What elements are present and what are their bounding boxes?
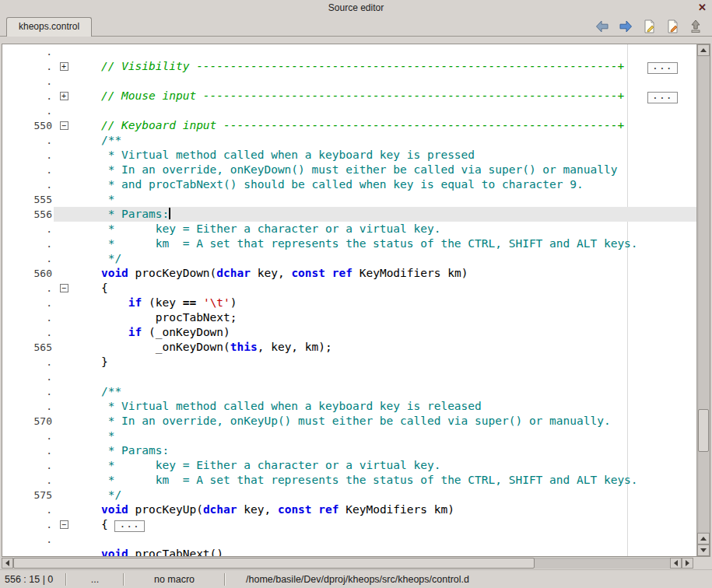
scroll-down-button[interactable] xyxy=(697,544,710,556)
code-line[interactable]: . void procKeyUp(dchar key, const ref Ke… xyxy=(2,502,696,517)
line-body[interactable]: if (_onKeyDown) xyxy=(54,325,696,340)
vertical-scrollbar-thumb[interactable] xyxy=(698,409,709,452)
titlebar[interactable]: Source editor ✕ xyxy=(0,0,712,16)
line-body[interactable] xyxy=(54,103,696,118)
code-line[interactable]: . * Virtual method called when a keyboar… xyxy=(2,399,696,414)
code-line[interactable]: . * and procTabNext() should be called w… xyxy=(2,177,696,192)
code-line[interactable]: . /** xyxy=(2,133,696,148)
line-body[interactable] xyxy=(54,369,696,384)
code-line[interactable]: . xyxy=(2,369,696,384)
line-body[interactable]: /** xyxy=(54,133,696,148)
line-body[interactable] xyxy=(54,74,696,89)
previous-editor-button[interactable] xyxy=(594,18,611,35)
code-line[interactable]: 555 * xyxy=(2,192,696,207)
line-body[interactable]: } xyxy=(54,355,696,369)
line-body[interactable]: * Virtual method called when a keyboard … xyxy=(54,148,696,163)
next-editor-button[interactable] xyxy=(617,18,634,35)
code-line[interactable]: 575 */ xyxy=(2,488,696,502)
code-line[interactable]: . * xyxy=(2,429,696,443)
fold-collapse-icon[interactable]: − xyxy=(60,284,68,292)
fold-collapse-icon[interactable]: − xyxy=(60,121,68,130)
line-body[interactable]: procTabNext; xyxy=(54,310,696,325)
line-body[interactable]: + // Visibility ------------------------… xyxy=(54,59,696,74)
document-edit-orange-button[interactable] xyxy=(664,18,681,35)
line-body[interactable]: − // Keyboard input --------------------… xyxy=(54,118,696,133)
line-body[interactable]: * km = A set that represents the status … xyxy=(54,473,696,488)
collapsed-code-box[interactable]: ... xyxy=(647,92,677,103)
horizontal-scrollbar-trough[interactable] xyxy=(13,558,670,569)
current-line-body[interactable]: * Params: xyxy=(54,207,696,222)
line-body[interactable]: * xyxy=(54,192,696,207)
vertical-scrollbar[interactable] xyxy=(696,44,710,556)
scroll-right-button[interactable] xyxy=(682,558,693,569)
line-body[interactable]: * key = Either a character or a virtual … xyxy=(54,222,696,236)
line-body[interactable] xyxy=(54,532,696,547)
line-body[interactable]: * In an override, onKeyDown() must eithe… xyxy=(54,163,696,177)
code-line[interactable]: .− { xyxy=(2,281,696,296)
line-body[interactable]: void procKeyUp(dchar key, const ref KeyM… xyxy=(54,502,696,517)
scroll-left-button[interactable] xyxy=(2,558,13,569)
fold-expand-icon[interactable]: + xyxy=(60,92,68,100)
code-line[interactable]: . xyxy=(2,532,696,547)
line-body[interactable]: − { xyxy=(54,281,696,296)
code-line[interactable]: . * Virtual method called when a keyboar… xyxy=(2,148,696,163)
code-line[interactable]: 556 * Params: xyxy=(2,207,696,222)
close-icon[interactable]: ✕ xyxy=(698,0,707,16)
code-line[interactable]: 570 * In an override, onKeyUp() must eit… xyxy=(2,414,696,429)
tab-kheops-control[interactable]: kheops.control xyxy=(6,17,92,37)
code-line[interactable]: . * km = A set that represents the statu… xyxy=(2,236,696,251)
fold-expand-icon[interactable]: + xyxy=(60,62,68,71)
code-line[interactable]: .− { ... xyxy=(2,517,696,532)
line-body[interactable]: /** xyxy=(54,384,696,399)
line-body[interactable]: * km = A set that represents the status … xyxy=(54,236,696,251)
line-body[interactable]: void procKeyDown(dchar key, const ref Ke… xyxy=(54,266,696,281)
code-line[interactable]: 565 _onKeyDown(this, key, km); xyxy=(2,340,696,355)
line-body[interactable]: */ xyxy=(54,488,696,502)
collapsed-code-box[interactable]: ... xyxy=(114,520,144,532)
scroll-up-button[interactable] xyxy=(697,44,710,56)
code-viewport[interactable]: ..+ // Visibility ----------------------… xyxy=(2,44,696,556)
code-line[interactable]: 560 void procKeyDown(dchar key, const re… xyxy=(2,266,696,281)
collapsed-code-box[interactable]: ... xyxy=(647,62,677,74)
code-line[interactable]: . * km = A set that represents the statu… xyxy=(2,473,696,488)
line-body[interactable]: * and procTabNext() should be called whe… xyxy=(54,177,696,192)
code-line[interactable]: . } xyxy=(2,355,696,369)
code-line[interactable]: . */ xyxy=(2,251,696,266)
code-line[interactable]: . if (key == '\t') xyxy=(2,296,696,310)
line-body[interactable]: * Virtual method called when a keyboard … xyxy=(54,399,696,414)
line-body[interactable]: * In an override, onKeyUp() must either … xyxy=(54,414,696,429)
line-body[interactable]: * Params: xyxy=(54,443,696,458)
line-body[interactable]: * key = Either a character or a virtual … xyxy=(54,458,696,473)
code-line[interactable]: . xyxy=(2,103,696,118)
code-line[interactable]: .+ // Mouse input ----------------------… xyxy=(2,89,696,103)
code-line[interactable]: .+ // Visibility -----------------------… xyxy=(2,59,696,74)
line-body[interactable]: _onKeyDown(this, key, km); xyxy=(54,340,696,355)
code-line[interactable]: 550− // Keyboard input -----------------… xyxy=(2,118,696,133)
scroll-left-secondary-button[interactable] xyxy=(670,558,682,569)
line-number: 556 xyxy=(2,207,54,222)
fold-collapse-icon[interactable]: − xyxy=(60,520,68,529)
document-edit-yellow-button[interactable] xyxy=(640,18,658,35)
vertical-scrollbar-trough[interactable] xyxy=(697,56,710,533)
line-body[interactable]: − { ... xyxy=(54,517,696,532)
code-line[interactable]: . * In an override, onKeyDown() must eit… xyxy=(2,163,696,177)
code-line[interactable]: . * key = Either a character or a virtua… xyxy=(2,222,696,236)
code-line[interactable]: . void procTabNext() xyxy=(2,547,696,556)
line-body[interactable]: void procTabNext() xyxy=(54,547,696,556)
code-line[interactable]: . /** xyxy=(2,384,696,399)
code-line[interactable]: . * key = Either a character or a virtua… xyxy=(2,458,696,473)
horizontal-scrollbar[interactable] xyxy=(2,558,693,569)
code-line[interactable]: . xyxy=(2,74,696,89)
code-line[interactable]: . xyxy=(2,44,696,59)
line-body[interactable] xyxy=(54,44,696,59)
code-line[interactable]: . procTabNext; xyxy=(2,310,696,325)
line-body[interactable]: */ xyxy=(54,251,696,266)
line-body[interactable]: + // Mouse input -----------------------… xyxy=(54,89,696,103)
line-body[interactable]: if (key == '\t') xyxy=(54,296,696,310)
code-line[interactable]: . * Params: xyxy=(2,443,696,458)
code-line[interactable]: . if (_onKeyDown) xyxy=(2,325,696,340)
scroll-up-secondary-button[interactable] xyxy=(697,533,710,544)
detach-editor-button[interactable] xyxy=(687,18,704,35)
horizontal-scrollbar-thumb[interactable] xyxy=(13,558,535,569)
line-body[interactable]: * xyxy=(54,429,696,443)
